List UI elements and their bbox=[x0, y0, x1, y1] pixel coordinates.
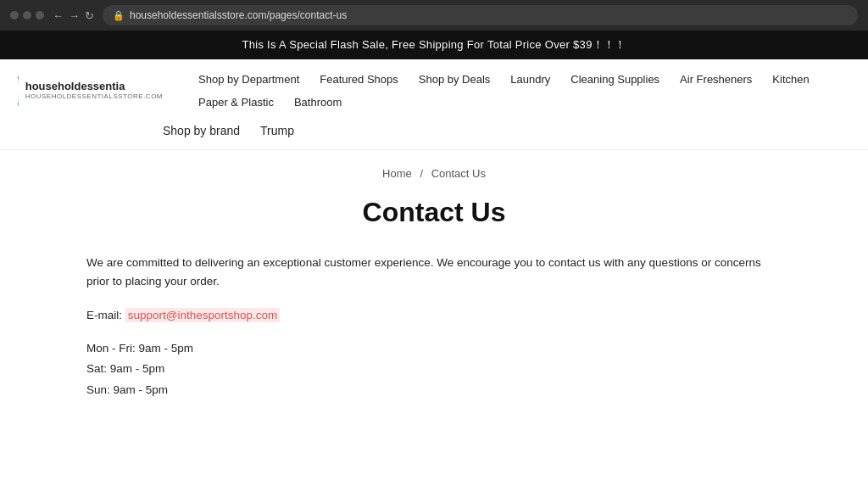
browser-dot-3 bbox=[36, 11, 44, 20]
refresh-button[interactable]: ↻ bbox=[85, 9, 94, 22]
header-top: HE householdessentia HOUSEHOLDESSENTIALS… bbox=[17, 59, 851, 117]
email-line: E-mail: support@inthesportshop.com bbox=[86, 309, 782, 321]
header-bottom-nav: Shop by brand Trump bbox=[153, 117, 851, 149]
nav-item-shop-brand[interactable]: Shop by brand bbox=[153, 119, 250, 142]
nav-item-shop-department[interactable]: Shop by Department bbox=[188, 68, 309, 91]
page-title: Contact Us bbox=[86, 197, 782, 228]
browser-chrome: ← → ↻ 🔒 householdessentialsstore.com/pag… bbox=[0, 0, 868, 31]
address-bar[interactable]: 🔒 householdessentialsstore.com/pages/con… bbox=[103, 5, 858, 25]
breadcrumb-separator: / bbox=[420, 167, 423, 180]
main-nav: Shop by Department Featured Shops Shop b… bbox=[188, 68, 851, 114]
svg-point-0 bbox=[17, 75, 19, 106]
contact-description: We are committed to delivering an except… bbox=[86, 254, 782, 290]
browser-dot-2 bbox=[23, 11, 31, 20]
browser-dots bbox=[10, 11, 44, 20]
site-header: HE householdessentia HOUSEHOLDESSENTIALS… bbox=[0, 59, 868, 150]
logo-icon: HE bbox=[17, 75, 19, 106]
nav-item-trump[interactable]: Trump bbox=[250, 119, 304, 142]
breadcrumb: Home / Contact Us bbox=[0, 150, 868, 188]
browser-nav-arrows: ← → ↻ bbox=[53, 9, 94, 22]
logo[interactable]: HE householdessentia HOUSEHOLDESSENTIALS… bbox=[17, 75, 163, 106]
email-link[interactable]: support@inthesportshop.com bbox=[125, 308, 281, 322]
forward-arrow[interactable]: → bbox=[69, 9, 80, 22]
nav-item-bathroom[interactable]: Bathroom bbox=[284, 91, 352, 114]
hours-sun: Sun: 9am - 5pm bbox=[86, 380, 782, 400]
logo-name: householdessentia bbox=[25, 81, 163, 92]
nav-item-kitchen[interactable]: Kitchen bbox=[762, 68, 819, 91]
flash-banner: This Is A Special Flash Sale, Free Shipp… bbox=[0, 31, 868, 59]
breadcrumb-home[interactable]: Home bbox=[382, 167, 412, 180]
nav-item-laundry[interactable]: Laundry bbox=[500, 68, 560, 91]
hours-mon-fri: Mon - Fri: 9am - 5pm bbox=[86, 338, 782, 359]
flash-banner-text: This Is A Special Flash Sale, Free Shipp… bbox=[242, 38, 626, 51]
nav-item-paper-plastic[interactable]: Paper & Plastic bbox=[188, 91, 284, 114]
logo-sub: HOUSEHOLDESSENTIALSSTORE.COM bbox=[25, 93, 163, 101]
breadcrumb-current: Contact Us bbox=[431, 167, 486, 180]
email-label: E-mail: bbox=[86, 309, 122, 321]
hours-sat: Sat: 9am - 5pm bbox=[86, 359, 782, 379]
nav-item-shop-deals[interactable]: Shop by Deals bbox=[409, 68, 501, 91]
nav-item-featured-shops[interactable]: Featured Shops bbox=[309, 68, 409, 91]
back-arrow[interactable]: ← bbox=[53, 9, 64, 22]
url-text: householdessentialsstore.com/pages/conta… bbox=[130, 9, 347, 21]
browser-dot-1 bbox=[10, 11, 19, 20]
lock-icon: 🔒 bbox=[113, 10, 125, 21]
nav-item-cleaning-supplies[interactable]: Cleaning Supplies bbox=[560, 68, 670, 91]
hours-block: Mon - Fri: 9am - 5pm Sat: 9am - 5pm Sun:… bbox=[86, 338, 782, 400]
main-content: Contact Us We are committed to deliverin… bbox=[53, 188, 815, 451]
nav-item-air-fresheners[interactable]: Air Fresheners bbox=[670, 68, 762, 91]
logo-text: householdessentia HOUSEHOLDESSENTIALSSTO… bbox=[25, 81, 163, 100]
